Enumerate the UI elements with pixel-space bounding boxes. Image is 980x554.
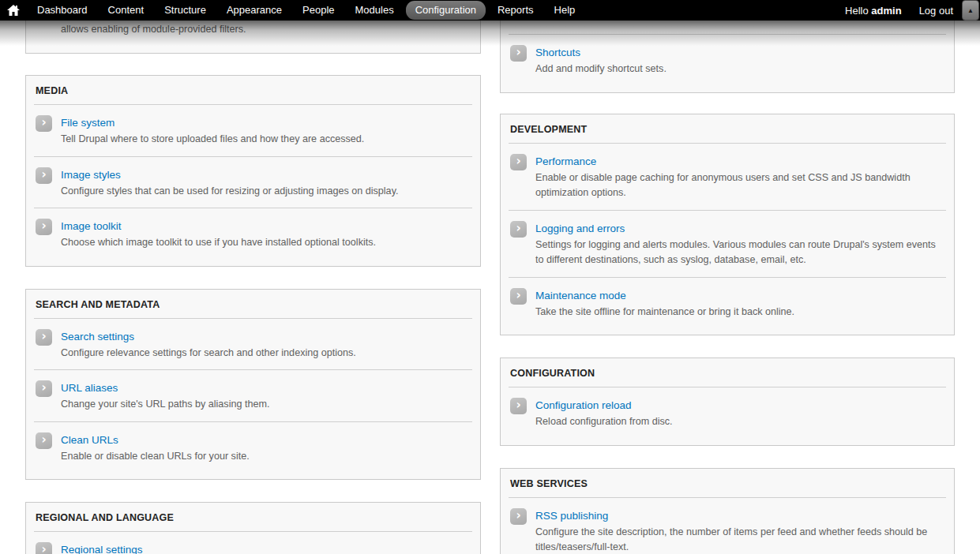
panel-configuration: CONFIGURATION › Configuration reload Rel… [500,357,955,446]
chevron-right-icon[interactable]: › [36,167,52,184]
drupal-configuration-page: Dashboard Content Structure Appearance P… [0,0,980,554]
config-item-description: Take the site offline for maintenance or… [535,305,943,320]
config-item-link[interactable]: Maintenance mode [535,289,626,302]
config-item-maintenance-mode: › Maintenance mode Take the site offline… [501,278,954,329]
chevron-right-icon[interactable]: › [36,219,52,235]
chevron-right-icon[interactable]: › [510,221,527,238]
config-item-description: Enable or disable page caching for anony… [535,170,943,201]
config-item-url-aliases: › URL aliases Change your site's URL pat… [26,370,480,421]
left-column: allows enabling of module-provided filte… [25,0,481,554]
config-item-clean-urls: › Clean URLs Enable or disable clean URL… [26,422,480,474]
panel-title: CONFIGURATION [501,358,954,387]
config-item-description: Reload configuration from disc. [535,414,943,430]
config-item-description: Enable or disable clean URLs for your si… [61,449,469,465]
toolbar-item-reports[interactable]: Reports [487,0,544,21]
config-item-description: Add and modify shortcut sets. [535,62,943,77]
config-item-description: Configure the site description, the numb… [535,525,943,554]
home-icon [7,5,20,16]
config-item-link[interactable]: Configuration reload [535,399,632,412]
config-item-description: Settings for logging and alerts modules.… [535,238,943,268]
config-item-link[interactable]: Image toolkit [61,219,122,233]
config-item-description: Choose which image toolkit to use if you… [61,235,469,251]
config-item-link[interactable]: Shortcuts [535,46,580,59]
config-item-link[interactable]: File system [61,116,115,129]
config-item-regional-settings: › Regional settings Settings for the sit… [26,532,480,554]
config-item-link[interactable]: URL aliases [61,381,118,395]
config-item-search-settings: › Search settings Configure relevance se… [26,319,480,370]
chevron-right-icon[interactable]: › [510,45,527,62]
config-item-link[interactable]: Clean URLs [61,433,118,447]
panel-title: DEVELOPMENT [501,114,954,143]
config-item-link[interactable]: RSS publishing [535,509,608,522]
toolbar-item-appearance[interactable]: Appearance [216,0,292,21]
config-item-performance: › Performance Enable or disable page cac… [501,144,954,210]
home-button[interactable] [0,0,27,21]
user-greeting: Hello admin [845,5,902,17]
chevron-right-icon[interactable]: › [510,288,527,305]
toolbar-item-modules[interactable]: Modules [345,0,404,21]
chevron-right-icon[interactable]: › [36,432,52,449]
toolbar-user-area: Hello admin Log out [845,0,980,21]
username: admin [871,5,901,17]
config-item-link[interactable]: Regional settings [61,543,143,554]
config-item-logging-and-errors: › Logging and errors Settings for loggin… [501,211,954,277]
config-item-configuration-reload: › Configuration reload Reload configurat… [501,387,954,439]
config-item-rss-publishing: › RSS publishing Configure the site desc… [501,498,954,554]
chevron-right-icon[interactable]: › [36,329,52,346]
chevron-right-icon[interactable]: › [510,398,527,414]
toolbar-item-people[interactable]: People [292,0,344,21]
config-item-link[interactable]: Performance [535,155,596,168]
scrollbar-up-button[interactable]: ▲ [962,0,979,21]
chevron-right-icon[interactable]: › [510,154,527,170]
config-item-image-toolkit: › Image toolkit Choose which image toolk… [26,208,480,260]
right-column: › Shortcuts Add and modify shortcut sets… [500,0,955,554]
toolbar-menu: Dashboard Content Structure Appearance P… [27,0,585,21]
config-item-link[interactable]: Search settings [61,330,134,343]
chevron-right-icon[interactable]: › [36,380,52,397]
chevron-right-icon[interactable]: › [36,115,52,132]
toolbar-item-configuration-active[interactable]: Configuration [406,1,486,20]
toolbar-item-content[interactable]: Content [98,0,155,21]
panel-title: REGIONAL AND LANGUAGE [26,503,480,531]
logout-link[interactable]: Log out [919,5,953,17]
panel-regional-and-language: REGIONAL AND LANGUAGE › Regional setting… [25,502,481,554]
config-item-link[interactable]: Logging and errors [535,222,625,235]
chevron-right-icon[interactable]: › [36,542,52,554]
panel-search-and-metadata: SEARCH AND METADATA › Search settings Co… [25,289,481,481]
panel-web-services: WEB SERVICES › RSS publishing Configure … [500,468,955,554]
up-arrow-icon: ▲ [967,7,974,14]
config-item-description: Configure relevance settings for search … [61,346,469,361]
toolbar-item-dashboard[interactable]: Dashboard [27,0,98,21]
panel-title: WEB SERVICES [501,469,954,497]
config-item-description: allows enabling of module-provided filte… [61,22,246,38]
config-item-shortcuts: › Shortcuts Add and modify shortcut sets… [501,35,954,86]
config-item-file-system: › File system Tell Drupal where to store… [26,105,480,156]
config-item-description: Tell Drupal where to store uploaded file… [61,132,469,148]
panel-title: MEDIA [26,76,480,104]
toolbar-item-help[interactable]: Help [544,0,586,21]
config-item-image-styles: › Image styles Configure styles that can… [26,157,480,208]
chevron-right-icon[interactable]: › [510,508,527,525]
panel-media: MEDIA › File system Tell Drupal where to… [25,75,481,267]
config-item-description: Change your site's URL paths by aliasing… [61,397,469,413]
config-item-link[interactable]: Image styles [61,168,121,182]
panel-title: SEARCH AND METADATA [26,290,480,318]
config-item-description: Configure styles that can be used for re… [61,184,469,200]
admin-toolbar: Dashboard Content Structure Appearance P… [0,0,980,21]
toolbar-item-structure[interactable]: Structure [154,0,216,21]
panel-development: DEVELOPMENT › Performance Enable or disa… [500,114,955,336]
